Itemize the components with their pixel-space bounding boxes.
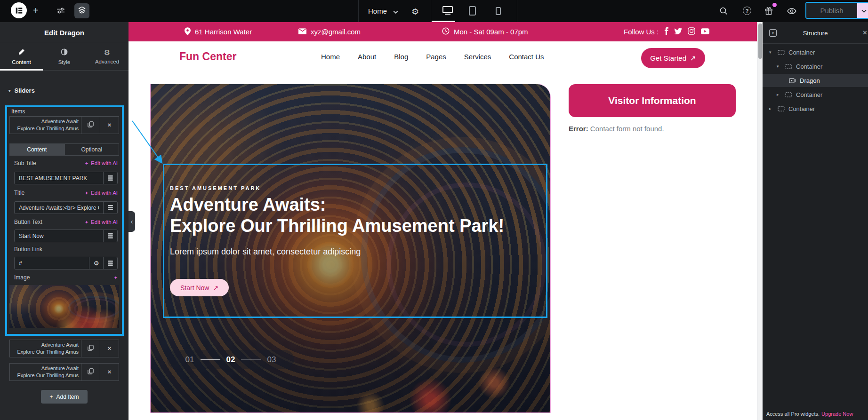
button-link-input[interactable] <box>15 257 89 269</box>
item-tab-content[interactable]: Content <box>9 143 64 156</box>
caret-down-icon[interactable]: ▾ <box>769 50 774 55</box>
tab-style[interactable]: Style <box>43 43 86 70</box>
upgrade-now-link[interactable]: Upgrade Now <box>821 411 853 417</box>
dynamic-tags-button[interactable] <box>103 202 117 214</box>
structure-toggle-button[interactable] <box>74 3 89 18</box>
instagram-icon[interactable] <box>688 27 695 36</box>
site-logo[interactable]: Fun Center <box>179 41 236 71</box>
panel-collapse-handle[interactable]: ‹ <box>129 211 135 232</box>
tab-content[interactable]: Content <box>0 43 43 70</box>
settings-gear-icon[interactable]: ⚙ <box>411 7 419 17</box>
image-preview[interactable] <box>9 285 119 328</box>
page-selector-label: Home <box>368 7 387 15</box>
dynamic-tags-button[interactable] <box>103 230 117 242</box>
duplicate-item-button[interactable] <box>81 117 100 134</box>
preview-eye-icon[interactable] <box>787 8 796 15</box>
device-mobile-icon[interactable] <box>496 7 501 15</box>
nav-blog[interactable]: Blog <box>394 53 408 61</box>
site-topbar: 61 Harrison Water xyz@gmail.com Mon - Sa… <box>129 22 757 41</box>
nav-contact-us[interactable]: Contact Us <box>509 53 544 61</box>
chevron-down-icon <box>861 6 867 15</box>
canvas-scrollbar[interactable] <box>757 22 763 420</box>
caret-right-icon[interactable]: ▸ <box>769 106 774 111</box>
publish-options-button[interactable] <box>857 3 868 18</box>
element-selection-box <box>163 164 547 318</box>
container-icon <box>785 64 792 69</box>
toolbar-divider <box>517 0 517 22</box>
arrow-ne-icon: ↗ <box>690 54 696 63</box>
nav-services[interactable]: Services <box>464 53 491 61</box>
scrollbar-thumb[interactable] <box>758 24 762 59</box>
tree-row-container-4[interactable]: ▸ Container <box>763 102 868 115</box>
item-tab-optional[interactable]: Optional <box>64 143 120 156</box>
tune-icon[interactable] <box>56 7 65 14</box>
title-input[interactable] <box>15 202 103 214</box>
add-element-icon[interactable]: + <box>33 5 39 16</box>
device-tablet-icon[interactable] <box>469 6 476 16</box>
remove-item-button[interactable]: ✕ <box>100 364 119 380</box>
button-link-input-wrap: ⚙ <box>14 257 118 269</box>
tree-row-container-3[interactable]: ▸ Container <box>763 88 868 101</box>
pagination-02[interactable]: 02 <box>226 355 235 365</box>
tree-row-dragon[interactable]: Dragon <box>763 74 868 87</box>
clock-icon <box>442 27 450 36</box>
repeater-item-1[interactable]: Adventure Await Explore Our Thrilling Am… <box>9 116 119 134</box>
edit-with-ai-button[interactable]: ✦Edit with AI <box>85 160 118 166</box>
panel-title: Edit Dragon <box>0 22 129 43</box>
edit-with-ai-button[interactable]: ✦Edit with AI <box>85 190 118 196</box>
field-label: Title <box>14 190 24 196</box>
device-desktop-icon[interactable] <box>442 6 453 13</box>
nav-home[interactable]: Home <box>321 53 340 61</box>
dynamic-tags-button[interactable] <box>103 172 117 184</box>
twitter-icon[interactable] <box>674 28 682 36</box>
duplicate-item-button[interactable] <box>81 340 100 357</box>
hours-item: Mon - Sat 09am - 07pm <box>442 22 528 41</box>
link-options-button[interactable]: ⚙ <box>89 257 103 269</box>
gift-icon[interactable] <box>764 7 773 15</box>
caret-right-icon[interactable]: ▸ <box>777 92 781 97</box>
sub-title-input[interactable] <box>15 172 103 184</box>
remove-item-button[interactable]: ✕ <box>100 117 119 134</box>
elementor-logo-icon[interactable] <box>11 2 27 18</box>
youtube-icon[interactable] <box>701 28 709 36</box>
pagination-01[interactable]: 01 <box>185 355 194 365</box>
nav-about[interactable]: About <box>358 53 376 61</box>
facebook-icon[interactable] <box>664 27 668 36</box>
container-icon <box>785 92 792 97</box>
tree-row-container-2[interactable]: ▾ Container <box>763 60 868 73</box>
caret-down-icon[interactable]: ▾ <box>777 64 781 69</box>
notification-badge <box>772 3 777 7</box>
section-sliders[interactable]: ▾ Sliders <box>8 87 35 94</box>
chevron-left-icon: ‹ <box>131 218 133 225</box>
get-started-button[interactable]: Get Started ↗ <box>641 48 705 68</box>
remove-item-button[interactable]: ✕ <box>100 340 119 357</box>
copy-icon <box>88 368 94 376</box>
nav-pages[interactable]: Pages <box>426 53 446 61</box>
help-icon[interactable]: ? <box>743 7 751 15</box>
add-item-button[interactable]: + Add Item <box>41 390 88 404</box>
ai-sparkle-icon: ✦ <box>85 220 88 225</box>
field-label: Image <box>14 274 30 281</box>
repeater-item-2[interactable]: Adventure Await Explore Our Thrilling Am… <box>9 340 119 357</box>
page-selector[interactable]: Home <box>368 0 398 22</box>
dynamic-tags-button[interactable] <box>103 257 117 269</box>
tab-advanced[interactable]: ⚙ Advanced <box>86 43 129 70</box>
search-icon[interactable] <box>719 7 728 15</box>
follow-us-group: Follow Us : <box>624 22 709 41</box>
visitor-information-button[interactable]: Visitor Information <box>569 84 736 117</box>
ai-sparkle-icon: ✦ <box>85 161 88 166</box>
duplicate-item-button[interactable] <box>81 364 100 380</box>
title-input-wrap <box>14 201 118 214</box>
caret-down-icon: ▾ <box>8 88 11 93</box>
edit-with-ai-button[interactable]: ✦Edit with AI <box>85 219 118 225</box>
gear-icon: ⚙ <box>94 260 99 267</box>
publish-button[interactable]: Publish <box>806 3 857 18</box>
repeater-item-title: Adventure Await Explore Our Thrilling Am… <box>10 117 81 134</box>
ai-image-button[interactable]: ✦ <box>114 275 118 280</box>
pagination-03[interactable]: 03 <box>267 355 276 365</box>
tree-row-container-1[interactable]: ▾ Container <box>763 46 868 59</box>
close-icon[interactable]: ✕ <box>862 29 868 36</box>
container-icon <box>778 106 785 111</box>
repeater-item-3[interactable]: Adventure Await Explore Our Thrilling Am… <box>9 363 119 381</box>
button-text-input[interactable] <box>15 230 103 242</box>
